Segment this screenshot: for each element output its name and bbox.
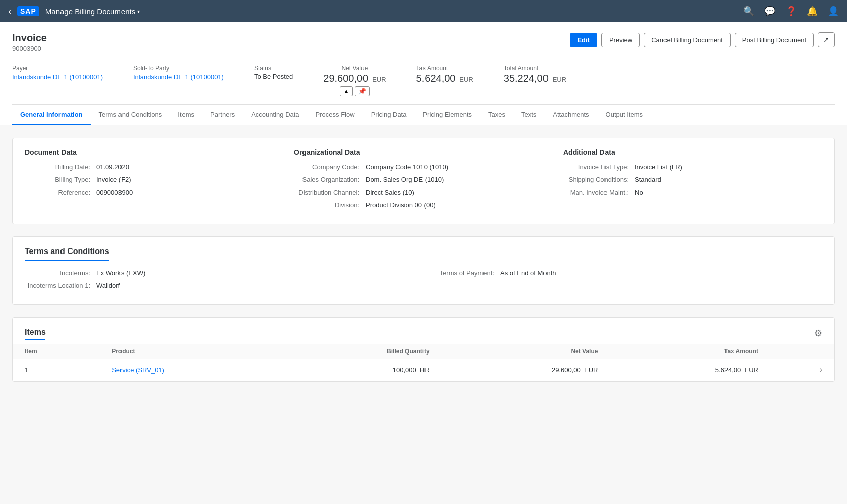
incoterms-row: Incoterms: Ex Works (EXW)	[25, 269, 418, 277]
billing-type-label: Billing Type:	[25, 176, 90, 183]
sparkline-up-button[interactable]: ▲	[340, 86, 353, 96]
billing-date-row: Billing Date: 01.09.2020	[25, 163, 284, 171]
net-value-amount-row: 29.600,00 EUR	[323, 73, 386, 84]
incoterms-label: Incoterms:	[25, 269, 90, 277]
sap-logo: SAP	[17, 6, 39, 16]
tab-general-information[interactable]: General Information	[12, 105, 91, 125]
incoterms-value: Ex Works (EXW)	[96, 269, 145, 277]
net-value-amount: 29.600,00	[323, 73, 368, 84]
items-underline	[25, 339, 45, 340]
distribution-channel-row: Distribution Channel: Direct Sales (10)	[294, 188, 553, 196]
tax-amount-value: 5.624,00	[416, 73, 456, 84]
tab-partners[interactable]: Partners	[202, 105, 243, 125]
incoterms-location-label: Incoterms Location 1:	[25, 282, 90, 289]
main-content: Document Data Billing Date: 01.09.2020 B…	[0, 125, 847, 406]
tab-pricing-elements[interactable]: Pricing Elements	[414, 105, 480, 125]
app-title-chevron: ▾	[137, 9, 140, 14]
items-table-header-row: Item Product Billed Quantity Net Value T…	[13, 344, 834, 359]
distribution-channel-label: Distribution Channel:	[294, 188, 359, 196]
sparkline-controls: ▲ 📌	[340, 86, 370, 96]
nav-icons: 🔍 💬 ❓ 🔔 👤	[743, 6, 839, 17]
back-button[interactable]: ‹	[8, 6, 11, 17]
billing-type-value: Invoice (F2)	[96, 176, 131, 183]
status-value: To Be Posted	[254, 73, 293, 80]
man-invoice-maint-value: No	[635, 188, 643, 196]
payment-terms-row: Terms of Payment: As of End of Month	[429, 269, 822, 277]
search-icon[interactable]: 🔍	[743, 6, 754, 17]
app-title: Manage Billing Documents ▾	[45, 7, 737, 16]
col-product: Product	[100, 344, 282, 359]
items-table: Item Product Billed Quantity Net Value T…	[13, 344, 834, 381]
notifications-icon[interactable]: 🔔	[807, 6, 818, 17]
total-amount-value: 35.224,00	[504, 73, 549, 84]
cancel-billing-button[interactable]: Cancel Billing Document	[644, 33, 731, 47]
kpi-net-value: Net Value 29.600,00 EUR ▲ 📌	[323, 65, 386, 96]
header-actions: Edit Preview Cancel Billing Document Pos…	[570, 32, 835, 47]
billing-date-value: 01.09.2020	[96, 163, 129, 171]
tab-texts[interactable]: Texts	[513, 105, 544, 125]
document-title-area: Invoice 90003900	[12, 32, 47, 52]
reference-value: 0090003900	[96, 188, 133, 196]
tab-taxes[interactable]: Taxes	[480, 105, 513, 125]
payment-terms-label: Terms of Payment:	[429, 269, 494, 277]
col-item: Item	[13, 344, 100, 359]
sparkline-pin-button[interactable]: 📌	[355, 86, 370, 96]
kpi-sold-to: Sold-To Party Inlandskunde DE 1 (1010000…	[133, 65, 224, 81]
tax-amount-currency: EUR	[459, 76, 473, 83]
external-link-button[interactable]: ↗	[818, 32, 835, 47]
item-net-value: 29.600,00 EUR	[442, 359, 611, 381]
help-icon[interactable]: ❓	[785, 6, 797, 17]
item-product-link[interactable]: Service (SRV_01)	[100, 359, 282, 381]
post-billing-button[interactable]: Post Billing Document	[735, 33, 814, 47]
kpi-tax-amount: Tax Amount 5.624,00 EUR	[416, 65, 473, 84]
tab-attachments[interactable]: Attachments	[544, 105, 597, 125]
col-net-value: Net Value	[442, 344, 611, 359]
payer-value[interactable]: Inlandskunde DE 1 (10100001)	[12, 73, 103, 81]
preview-button[interactable]: Preview	[601, 33, 640, 47]
sales-org-label: Sales Organization:	[294, 176, 359, 183]
reference-label: Reference:	[25, 188, 90, 196]
items-settings-icon[interactable]: ⚙	[814, 328, 822, 339]
tax-amount-row: 5.624,00 EUR	[416, 73, 473, 84]
kpi-status: Status To Be Posted	[254, 65, 293, 80]
items-header: Items ⚙	[13, 318, 834, 344]
shipping-conditions-label: Shipping Conditions:	[563, 176, 629, 183]
invoice-list-type-value: Invoice List (LR)	[635, 163, 682, 171]
page-content: Invoice 90003900 Edit Preview Cancel Bil…	[0, 22, 847, 125]
edit-button[interactable]: Edit	[570, 33, 597, 47]
sold-to-value[interactable]: Inlandskunde DE 1 (10100001)	[133, 73, 224, 81]
shipping-conditions-row: Shipping Conditions: Standard	[563, 176, 822, 183]
kpi-row: Payer Inlandskunde DE 1 (10100001) Sold-…	[12, 60, 835, 105]
col-tax-amount: Tax Amount	[610, 344, 770, 359]
tab-output-items[interactable]: Output Items	[597, 105, 651, 125]
col-billed-quantity: Billed Quantity	[282, 344, 442, 359]
document-data-section: Document Data Billing Date: 01.09.2020 B…	[25, 148, 284, 214]
division-label: Division:	[294, 201, 359, 209]
division-row: Division: Product Division 00 (00)	[294, 201, 553, 209]
user-icon[interactable]: 👤	[828, 6, 839, 17]
tab-items[interactable]: Items	[170, 105, 202, 125]
total-amount-row: 35.224,00 EUR	[504, 73, 566, 84]
tab-process-flow[interactable]: Process Flow	[308, 105, 363, 125]
terms-left: Incoterms: Ex Works (EXW) Incoterms Loca…	[25, 269, 418, 294]
additional-data-section: Additional Data Invoice List Type: Invoi…	[563, 148, 822, 214]
man-invoice-maint-row: Man. Invoice Maint.: No	[563, 188, 822, 196]
tab-terms-conditions[interactable]: Terms and Conditions	[91, 105, 170, 125]
status-label: Status	[254, 65, 293, 72]
billing-type-row: Billing Type: Invoice (F2)	[25, 176, 284, 183]
division-value: Product Division 00 (00)	[366, 201, 436, 209]
billing-date-label: Billing Date:	[25, 163, 90, 171]
chat-icon[interactable]: 💬	[764, 6, 775, 17]
incoterms-location-row: Incoterms Location 1: Walldorf	[25, 282, 418, 289]
additional-data-title: Additional Data	[563, 148, 822, 156]
col-arrow	[770, 344, 834, 359]
row-arrow-icon[interactable]: ›	[770, 359, 834, 381]
net-value-currency: EUR	[372, 76, 386, 83]
tab-pricing-data[interactable]: Pricing Data	[363, 105, 415, 125]
document-data-title: Document Data	[25, 148, 284, 156]
invoice-list-type-label: Invoice List Type:	[563, 163, 629, 171]
total-amount-label: Total Amount	[504, 65, 566, 72]
general-information-card: Document Data Billing Date: 01.09.2020 B…	[12, 138, 835, 224]
tab-accounting-data[interactable]: Accounting Data	[243, 105, 307, 125]
terms-right: Terms of Payment: As of End of Month	[429, 269, 822, 294]
